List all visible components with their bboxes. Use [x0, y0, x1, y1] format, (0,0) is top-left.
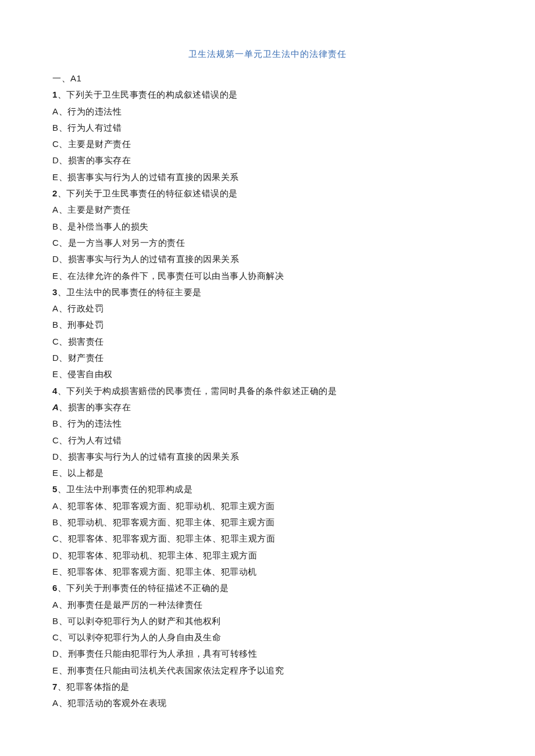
question-text: 卫生法中刑事责任的犯罪构成是 [66, 484, 192, 494]
option-line: B、行为人有过错 [52, 120, 483, 136]
option-text: E、犯罪客体、犯罪客观方面、犯罪主体、犯罪动机 [52, 567, 257, 576]
option-text: D、损害的事实存在 [52, 155, 131, 165]
question-number: 2 [52, 188, 58, 198]
question-stem: 6、下列关于刑事责任的特征描述不正确的是 [52, 580, 483, 596]
option-text: B、可以剥夺犯罪行为人的财产和其他权利 [52, 616, 221, 626]
option-text: B、行为人有过错 [52, 123, 122, 132]
question-text: 下列关于卫生民事责任的构成叙述错误的是 [66, 89, 238, 99]
option-text: E、在法律允许的条件下，民事责任可以由当事人协商解决 [52, 271, 284, 281]
question-stem: 2、下列关于卫生民事责任的特征叙述错误的是 [52, 185, 483, 202]
document-title: 卫生法规第一单元卫生法中的法律责任 [52, 49, 483, 60]
option-line: A、犯罪客体、犯罪客观方面、犯罪动机、犯罪主观方面 [52, 498, 483, 514]
option-text: B、行为的违法性 [52, 418, 122, 428]
question-stem: 5、卫生法中刑事责任的犯罪构成是 [52, 481, 483, 497]
option-line: E、损害事实与行为人的过错有直接的因果关系 [52, 169, 483, 185]
option-line: E、在法律允许的条件下，民事责任可以由当事人协商解决 [52, 268, 483, 284]
option-text: B、是补偿当事人的损失 [52, 221, 149, 231]
option-line: D、刑事责任只能由犯罪行为人承担，具有可转移性 [52, 646, 483, 662]
option-text: 、损害的事实存在 [59, 402, 131, 412]
question-text: 犯罪客体指的是 [66, 682, 130, 691]
questions-container: 1、下列关于卫生民事责任的构成叙述错误的是A、行为的违法性B、行为人有过错C、主… [52, 87, 483, 711]
option-text: A、犯罪活动的客观外在表现 [52, 698, 167, 708]
option-text: B、犯罪动机、犯罪客观方面、犯罪主体、犯罪主观方面 [52, 517, 275, 527]
option-text: D、刑事责任只能由犯罪行为人承担，具有可转移性 [52, 648, 257, 658]
question-number: 7 [52, 682, 58, 691]
option-text: D、损害事实与行为人的过错有直接的因果关系 [52, 452, 239, 461]
option-text: C、行为人有过错 [52, 435, 122, 445]
option-text: E、侵害自由权 [52, 369, 113, 379]
option-text: A、行为的违法性 [52, 106, 122, 116]
document-page: 卫生法规第一单元卫生法中的法律责任 一、A1 1、下列关于卫生民事责任的构成叙述… [0, 0, 535, 735]
option-line: D、损害事实与行为人的过错有直接的因果关系 [52, 449, 483, 465]
question-separator: 、 [58, 484, 67, 494]
option-line: C、犯罪客体、犯罪客观方面、犯罪主体、犯罪主观方面 [52, 531, 483, 547]
option-line: A、刑事责任是最严厉的一种法律责任 [52, 597, 483, 613]
question-stem: 1、下列关于卫生民事责任的构成叙述错误的是 [52, 87, 483, 103]
option-line: A、行政处罚 [52, 300, 483, 317]
question-separator: 、 [58, 583, 67, 593]
option-text: C、损害责任 [52, 336, 104, 346]
option-text: C、主要是财产责任 [52, 139, 131, 149]
option-line: D、损害的事实存在 [52, 152, 483, 169]
question-text: 下列关于构成损害赔偿的民事责任，需同时具备的条件叙述正确的是 [66, 386, 337, 396]
option-text: B、刑事处罚 [52, 320, 104, 329]
option-line: B、可以剥夺犯罪行为人的财产和其他权利 [52, 613, 483, 629]
option-line: B、犯罪动机、犯罪客观方面、犯罪主体、犯罪主观方面 [52, 514, 483, 531]
option-text: A、刑事责任是最严厉的一种法律责任 [52, 600, 203, 610]
option-line: D、财产责任 [52, 350, 483, 366]
question-number: 1 [52, 89, 58, 99]
option-line: D、犯罪客体、犯罪动机、犯罪主体、犯罪主观方面 [52, 547, 483, 564]
option-text: D、犯罪客体、犯罪动机、犯罪主体、犯罪主观方面 [52, 550, 257, 560]
option-line: A、行为的违法性 [52, 103, 483, 120]
question-number: 6 [52, 583, 58, 593]
option-line: A、犯罪活动的客观外在表现 [52, 695, 483, 711]
question-number: 3 [52, 287, 58, 297]
option-letter: A [52, 402, 59, 412]
option-text: A、犯罪客体、犯罪客观方面、犯罪动机、犯罪主观方面 [52, 501, 275, 511]
option-line: B、刑事处罚 [52, 317, 483, 333]
question-stem: 7、犯罪客体指的是 [52, 679, 483, 695]
question-text: 卫生法中的民事责任的特征主要是 [66, 287, 202, 297]
option-text: C、是一方当事人对另一方的责任 [52, 238, 185, 248]
option-line: B、行为的违法性 [52, 415, 483, 432]
option-text: A、主要是财产责任 [52, 205, 131, 214]
option-text: E、刑事责任只能由司法机关代表国家依法定程序予以追究 [52, 665, 284, 675]
option-line: E、刑事责任只能由司法机关代表国家依法定程序予以追究 [52, 662, 483, 679]
question-separator: 、 [58, 89, 67, 99]
question-text: 下列关于刑事责任的特征描述不正确的是 [66, 583, 229, 593]
option-text: E、损害事实与行为人的过错有直接的因果关系 [52, 172, 239, 182]
option-line: C、是一方当事人对另一方的责任 [52, 235, 483, 251]
option-text: C、犯罪客体、犯罪客观方面、犯罪主体、犯罪主观方面 [52, 533, 275, 543]
option-line: C、损害责任 [52, 334, 483, 350]
option-line: C、主要是财产责任 [52, 136, 483, 152]
option-line: C、可以剥夺犯罪行为人的人身自由及生命 [52, 629, 483, 646]
option-line: A、损害的事实存在 [52, 399, 483, 415]
question-separator: 、 [58, 287, 67, 297]
option-line: C、行为人有过错 [52, 432, 483, 449]
option-line: A、主要是财产责任 [52, 202, 483, 218]
option-line: E、以上都是 [52, 465, 483, 481]
option-line: B、是补偿当事人的损失 [52, 218, 483, 235]
option-line: D、损害事实与行为人的过错有直接的因果关系 [52, 251, 483, 267]
option-text: D、损害事实与行为人的过错有直接的因果关系 [52, 254, 239, 264]
question-separator: 、 [58, 682, 67, 691]
question-text: 下列关于卫生民事责任的特征叙述错误的是 [66, 188, 238, 198]
option-text: E、以上都是 [52, 468, 104, 478]
section-header: 一、A1 [52, 70, 483, 87]
question-separator: 、 [58, 188, 67, 198]
question-number: 5 [52, 484, 58, 494]
question-separator: 、 [58, 386, 67, 396]
option-line: E、犯罪客体、犯罪客观方面、犯罪主体、犯罪动机 [52, 564, 483, 580]
option-text: C、可以剥夺犯罪行为人的人身自由及生命 [52, 632, 221, 642]
option-line: E、侵害自由权 [52, 366, 483, 382]
question-number: 4 [52, 386, 58, 396]
option-text: D、财产责任 [52, 353, 104, 363]
question-stem: 3、卫生法中的民事责任的特征主要是 [52, 284, 483, 300]
question-stem: 4、下列关于构成损害赔偿的民事责任，需同时具备的条件叙述正确的是 [52, 383, 483, 399]
option-text: A、行政处罚 [52, 303, 104, 313]
